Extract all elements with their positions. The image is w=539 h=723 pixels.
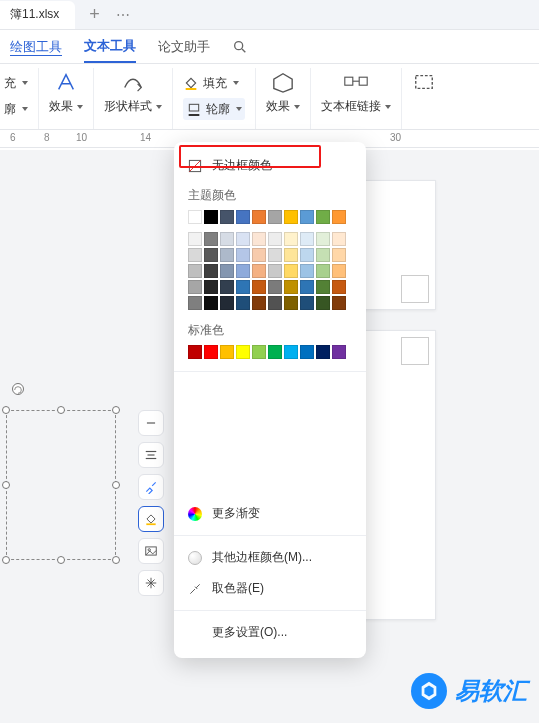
color-swatch[interactable] (204, 345, 218, 359)
color-swatch[interactable] (316, 296, 330, 310)
color-swatch[interactable] (252, 264, 266, 278)
new-tab-button[interactable]: + (83, 4, 106, 25)
color-swatch[interactable] (284, 210, 298, 224)
resize-handle[interactable] (57, 556, 65, 564)
color-swatch[interactable] (284, 264, 298, 278)
ribbon-group-textbox-link[interactable]: 文本框链接 (311, 68, 402, 129)
color-swatch[interactable] (300, 232, 314, 246)
color-swatch[interactable] (332, 296, 346, 310)
color-swatch[interactable] (220, 248, 234, 262)
color-swatch[interactable] (316, 345, 330, 359)
color-swatch[interactable] (220, 232, 234, 246)
color-swatch[interactable] (236, 232, 250, 246)
color-swatch[interactable] (220, 264, 234, 278)
color-swatch[interactable] (188, 280, 202, 294)
tool-collapse[interactable] (138, 410, 164, 436)
resize-handle[interactable] (2, 406, 10, 414)
color-swatch[interactable] (252, 296, 266, 310)
color-swatch[interactable] (268, 210, 282, 224)
tab-text-tools[interactable]: 文本工具 (84, 31, 136, 63)
color-swatch[interactable] (204, 280, 218, 294)
tab-drawing-tools[interactable]: 绘图工具 (10, 31, 62, 63)
color-swatch[interactable] (236, 296, 250, 310)
rotate-handle[interactable] (12, 383, 24, 395)
selected-shape[interactable] (6, 410, 116, 560)
ribbon-group-effect[interactable]: 效果 (39, 68, 94, 129)
color-swatch[interactable] (252, 280, 266, 294)
color-swatch[interactable] (204, 264, 218, 278)
color-swatch[interactable] (268, 248, 282, 262)
color-swatch[interactable] (236, 345, 250, 359)
color-swatch[interactable] (316, 280, 330, 294)
color-swatch[interactable] (204, 232, 218, 246)
color-swatch[interactable] (236, 248, 250, 262)
color-swatch[interactable] (268, 280, 282, 294)
color-swatch[interactable] (268, 345, 282, 359)
ribbon-outline-button[interactable]: 轮廓 (183, 98, 245, 120)
tool-brush[interactable] (138, 474, 164, 500)
color-swatch[interactable] (252, 345, 266, 359)
resize-handle[interactable] (112, 556, 120, 564)
tool-more[interactable] (138, 570, 164, 596)
color-swatch[interactable] (332, 248, 346, 262)
color-swatch[interactable] (316, 210, 330, 224)
color-swatch[interactable] (332, 345, 346, 359)
color-swatch[interactable] (220, 210, 234, 224)
color-swatch[interactable] (300, 248, 314, 262)
resize-handle[interactable] (112, 481, 120, 489)
tool-align[interactable] (138, 442, 164, 468)
color-swatch[interactable] (316, 264, 330, 278)
color-swatch[interactable] (220, 296, 234, 310)
color-swatch[interactable] (204, 210, 218, 224)
color-swatch[interactable] (252, 232, 266, 246)
color-swatch[interactable] (332, 280, 346, 294)
color-swatch[interactable] (268, 232, 282, 246)
ribbon-group-effect2[interactable]: 效果 (256, 68, 311, 129)
ribbon-outline-small[interactable]: 廓 (4, 98, 28, 120)
color-swatch[interactable] (316, 248, 330, 262)
resize-handle[interactable] (2, 481, 10, 489)
ribbon-fill-button[interactable]: 填充 (183, 72, 245, 94)
color-swatch[interactable] (332, 232, 346, 246)
dropdown-more-settings[interactable]: 更多设置(O)... (174, 617, 366, 648)
color-swatch[interactable] (188, 248, 202, 262)
color-swatch[interactable] (284, 296, 298, 310)
color-swatch[interactable] (268, 264, 282, 278)
color-swatch[interactable] (284, 232, 298, 246)
tool-image[interactable] (138, 538, 164, 564)
color-swatch[interactable] (220, 345, 234, 359)
tab-thesis-helper[interactable]: 论文助手 (158, 31, 210, 63)
dropdown-more-border-colors[interactable]: 其他边框颜色(M)... (174, 542, 366, 573)
color-swatch[interactable] (252, 248, 266, 262)
color-swatch[interactable] (204, 248, 218, 262)
dropdown-no-border-color[interactable]: 无边框颜色 (174, 150, 366, 181)
file-tab-active[interactable]: 簿11.xlsx (0, 1, 75, 29)
color-swatch[interactable] (284, 345, 298, 359)
resize-handle[interactable] (57, 406, 65, 414)
color-swatch[interactable] (284, 280, 298, 294)
color-swatch[interactable] (236, 210, 250, 224)
color-swatch[interactable] (300, 296, 314, 310)
tab-more-button[interactable]: ⋯ (110, 7, 136, 23)
color-swatch[interactable] (188, 210, 202, 224)
tab-search[interactable] (232, 31, 248, 63)
ribbon-group-shape-style[interactable]: 形状样式 (94, 68, 173, 129)
resize-handle[interactable] (2, 556, 10, 564)
color-swatch[interactable] (252, 210, 266, 224)
dropdown-eyedropper[interactable]: 取色器(E) (174, 573, 366, 604)
color-swatch[interactable] (300, 345, 314, 359)
color-swatch[interactable] (236, 264, 250, 278)
color-swatch[interactable] (316, 232, 330, 246)
color-swatch[interactable] (300, 210, 314, 224)
color-swatch[interactable] (300, 280, 314, 294)
tool-fill-bucket[interactable] (138, 506, 164, 532)
ribbon-group-more[interactable] (402, 68, 446, 129)
resize-handle[interactable] (112, 406, 120, 414)
color-swatch[interactable] (204, 296, 218, 310)
color-swatch[interactable] (236, 280, 250, 294)
color-swatch[interactable] (300, 264, 314, 278)
color-swatch[interactable] (220, 280, 234, 294)
color-swatch[interactable] (188, 296, 202, 310)
color-swatch[interactable] (332, 210, 346, 224)
color-swatch[interactable] (268, 296, 282, 310)
